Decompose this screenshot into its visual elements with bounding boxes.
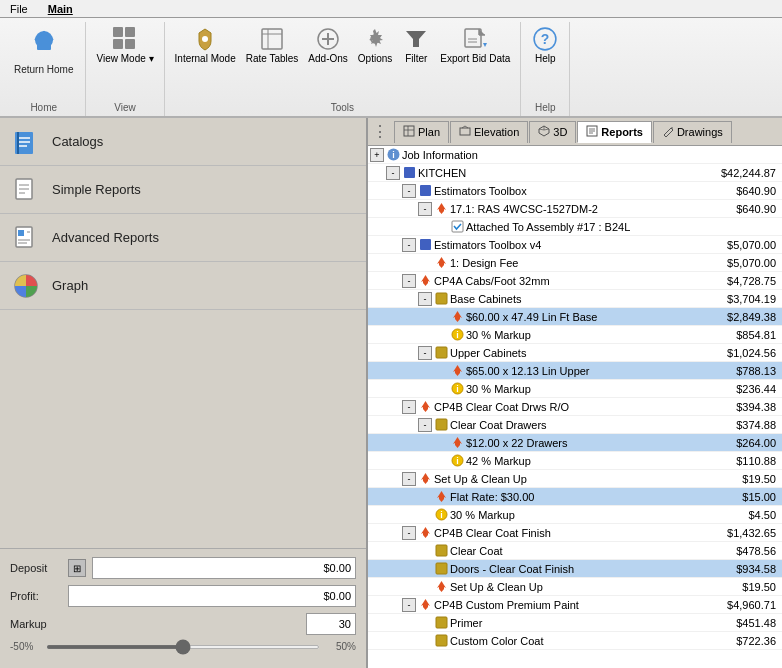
tree-row[interactable]: i30 % Markup$236.44 [368, 380, 782, 398]
nav-item-catalogs[interactable]: Catalogs [0, 118, 366, 166]
tree-toggle[interactable]: - [418, 418, 432, 432]
tree-row-value: $19.50 [710, 581, 780, 593]
tree-toggle[interactable]: - [418, 346, 432, 360]
filter-icon [402, 25, 430, 53]
tree-row[interactable]: Attached To Assembly #17 : B24L [368, 218, 782, 236]
elevation-tab-icon [459, 125, 471, 139]
tab-3d[interactable]: 3D [529, 121, 576, 143]
tree-row[interactable]: -Set Up & Clean Up$19.50 [368, 470, 782, 488]
tree-row[interactable]: -Upper Cabinets$1,024.56 [368, 344, 782, 362]
tree-row[interactable]: Set Up & Clean Up$19.50 [368, 578, 782, 596]
tree-row[interactable]: $60.00 x 47.49 Lin Ft Base$2,849.38 [368, 308, 782, 326]
ribbon-group-home: Return HomeHome [2, 22, 86, 116]
simple-reports-label: Simple Reports [52, 182, 141, 197]
options-button[interactable]: Options [354, 22, 396, 94]
view-mode-button[interactable]: View Mode ▾ [92, 22, 157, 94]
tab-reports[interactable]: Reports [577, 121, 652, 143]
tree-toggle[interactable]: - [402, 184, 416, 198]
tree-row[interactable]: -CP4B Clear Coat Drws R/O$394.38 [368, 398, 782, 416]
tree-row[interactable]: Flat Rate: $30.00$15.00 [368, 488, 782, 506]
internal-mode-button[interactable]: Internal Mode [171, 22, 240, 94]
svg-rect-65 [436, 545, 447, 556]
tab-plan[interactable]: Plan [394, 121, 449, 143]
sliders-area: Deposit ⊞ Profit: Markup -50% 50% [0, 548, 366, 668]
svg-rect-4 [113, 39, 123, 49]
tree-row-icon [434, 418, 448, 432]
tab-elevation[interactable]: Elevation [450, 121, 528, 143]
tree-row[interactable]: -KITCHEN$42,244.87 [368, 164, 782, 182]
reports-tab-icon [586, 125, 598, 139]
menu-main[interactable]: Main [44, 3, 77, 15]
profit-input[interactable] [68, 585, 356, 607]
markup-slider[interactable] [46, 645, 320, 649]
view-mode-label: View Mode ▾ [96, 53, 153, 65]
tree-row-label: Clear Coat Drawers [450, 419, 710, 431]
tree-toggle[interactable]: - [402, 598, 416, 612]
tree-row-label: Base Cabinets [450, 293, 710, 305]
tree-toggle[interactable]: - [402, 472, 416, 486]
tree-row[interactable]: i42 % Markup$110.88 [368, 452, 782, 470]
tree-toggle[interactable]: - [386, 166, 400, 180]
svg-point-6 [202, 36, 208, 42]
svg-rect-51 [420, 185, 431, 196]
panel-dots[interactable]: ⋮ [372, 122, 388, 141]
tree-row-value: $1,432.65 [710, 527, 780, 539]
tree-row-value: $3,704.19 [710, 293, 780, 305]
tree-row[interactable]: i30 % Markup$854.81 [368, 326, 782, 344]
tree-toggle[interactable]: - [402, 400, 416, 414]
tree-toggle[interactable]: + [370, 148, 384, 162]
tree-row-label: Doors - Clear Coat Finish [450, 563, 710, 575]
tree-row[interactable]: $12.00 x 22 Drawers$264.00 [368, 434, 782, 452]
menu-file[interactable]: File [6, 3, 32, 15]
markup-input[interactable] [306, 613, 356, 635]
tree-row[interactable]: Custom Color Coat$722.36 [368, 632, 782, 650]
nav-item-graph[interactable]: Graph [0, 262, 366, 310]
tree-row-label: Job Information [402, 149, 780, 161]
tree-row[interactable]: -CP4B Custom Premium Paint$4,960.71 [368, 596, 782, 614]
advanced-reports-label: Advanced Reports [52, 230, 159, 245]
return-home-button[interactable]: Return Home [8, 22, 79, 94]
tree-row[interactable]: i30 % Markup$4.50 [368, 506, 782, 524]
rate-tables-label: Rate Tables [246, 53, 299, 65]
tree-toggle[interactable]: - [402, 238, 416, 252]
tab-drawings[interactable]: Drawings [653, 121, 732, 143]
tree-row[interactable]: -Base Cabinets$3,704.19 [368, 290, 782, 308]
rate-tables-icon [258, 25, 286, 53]
svg-rect-3 [125, 27, 135, 37]
tree-toggle[interactable]: - [402, 526, 416, 540]
tree-row[interactable]: -Estimators Toolbox v4$5,070.00 [368, 236, 782, 254]
help-button[interactable]: ?Help [527, 22, 563, 94]
tree-toggle[interactable]: - [402, 274, 416, 288]
rate-tables-button[interactable]: Rate Tables [242, 22, 303, 94]
tree-row[interactable]: -17.1: RAS 4WCSC-1527DM-2$640.90 [368, 200, 782, 218]
tree-toggle[interactable]: - [418, 292, 432, 306]
tree-row[interactable]: $65.00 x 12.13 Lin Upper$788.13 [368, 362, 782, 380]
tree-row[interactable]: Clear Coat$478.56 [368, 542, 782, 560]
deposit-icon[interactable]: ⊞ [68, 559, 86, 577]
tree-row-value: $15.00 [710, 491, 780, 503]
tree-row[interactable]: -Estimators Toolbox$640.90 [368, 182, 782, 200]
tree-toggle[interactable]: - [418, 202, 432, 216]
tree-row[interactable]: +iJob Information [368, 146, 782, 164]
tree-row[interactable]: -CP4A Cabs/Foot 32mm$4,728.75 [368, 272, 782, 290]
export-bid-data-button[interactable]: Export Bid Data [436, 22, 514, 94]
tree-row[interactable]: -CP4B Clear Coat Finish$1,432.65 [368, 524, 782, 542]
filter-button[interactable]: Filter [398, 22, 434, 94]
deposit-input[interactable] [92, 557, 356, 579]
nav-item-simple-reports[interactable]: Simple Reports [0, 166, 366, 214]
tree-row-label: 17.1: RAS 4WCSC-1527DM-2 [450, 203, 710, 215]
tree-row[interactable]: Doors - Clear Coat Finish$934.58 [368, 560, 782, 578]
tree-row[interactable]: -Clear Coat Drawers$374.88 [368, 416, 782, 434]
tree-row-value: $19.50 [710, 473, 780, 485]
help-label: Help [535, 53, 556, 65]
add-ons-button[interactable]: Add-Ons [304, 22, 351, 94]
right-panel: ⋮ PlanElevation3DReportsDrawings +iJob I… [368, 118, 782, 668]
nav-item-advanced-reports[interactable]: Advanced Reports [0, 214, 366, 262]
svg-rect-50 [404, 167, 415, 178]
plan-tab-label: Plan [418, 126, 440, 138]
svg-rect-1 [37, 40, 51, 50]
svg-rect-67 [436, 617, 447, 628]
tree-row[interactable]: 1: Design Fee$5,070.00 [368, 254, 782, 272]
tree-row-icon [418, 526, 432, 540]
tree-row[interactable]: Primer$451.48 [368, 614, 782, 632]
